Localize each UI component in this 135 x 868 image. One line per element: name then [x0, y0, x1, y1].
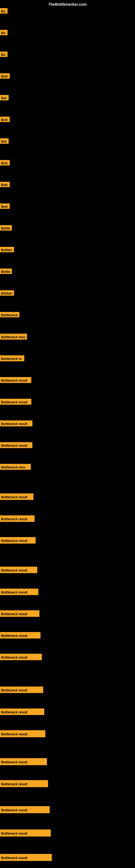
- bottleneck-label: Bottleneck resu: [0, 334, 27, 340]
- site-title: TheBottlenecker.com: [48, 2, 87, 6]
- bottleneck-label: Bott: [0, 160, 10, 165]
- bottleneck-label: Bottleneck re: [0, 355, 24, 361]
- bottleneck-label: Bot: [0, 95, 9, 100]
- bottleneck-label: Bo: [0, 8, 8, 13]
- bottleneck-label: Bottleneck result: [0, 654, 42, 660]
- bottleneck-label: Bottleneck result: [0, 493, 34, 500]
- bottleneck-label: Bott: [0, 182, 10, 187]
- bottleneck-label: Bo: [0, 30, 8, 35]
- bottleneck-label: Bottleneck result: [0, 399, 31, 405]
- bottleneck-label: Bottleneck result: [0, 589, 38, 595]
- bottleneck-label: Bottleneck result: [0, 758, 47, 765]
- bottleneck-label: Bottleneck result: [0, 377, 31, 383]
- bottleneck-label: Bottle: [0, 225, 12, 230]
- bottleneck-label: Bottleneck: [0, 312, 19, 317]
- bottleneck-label: Bott: [0, 73, 10, 79]
- bottleneck-label: Bottleneck result: [0, 780, 48, 787]
- bottleneck-label: Bo: [0, 52, 8, 57]
- bottleneck-label: Bottleneck result: [0, 854, 52, 861]
- bottleneck-label: Bottlen: [0, 290, 14, 296]
- bottleneck-label: Bottle: [0, 269, 12, 274]
- bottleneck-label: Bottleneck result: [0, 830, 51, 837]
- bottleneck-label: Bottleneck result: [0, 686, 43, 693]
- bottleneck-label: Bottleneck result: [0, 442, 32, 448]
- bottleneck-label: Bottleneck result: [0, 516, 35, 522]
- bottleneck-label: Bottleneck result: [0, 709, 44, 715]
- bottleneck-label: Bottleneck resu: [0, 464, 31, 470]
- bottleneck-label: Bottlen: [0, 247, 14, 252]
- bottleneck-label: Bottleneck result: [0, 632, 41, 639]
- bottleneck-label: Bottleneck result: [0, 806, 50, 813]
- bottleneck-label: Bottleneck result: [0, 730, 45, 737]
- bottleneck-label: Bottleneck result: [0, 421, 32, 426]
- bottleneck-label: Bottleneck result: [0, 567, 37, 573]
- bottleneck-label: Bottleneck result: [0, 610, 39, 617]
- bottleneck-label: Bot: [0, 138, 9, 144]
- bottleneck-label: Bottleneck result: [0, 537, 36, 544]
- bottleneck-label: Bott: [0, 117, 10, 122]
- bottleneck-label: Bott: [0, 204, 10, 209]
